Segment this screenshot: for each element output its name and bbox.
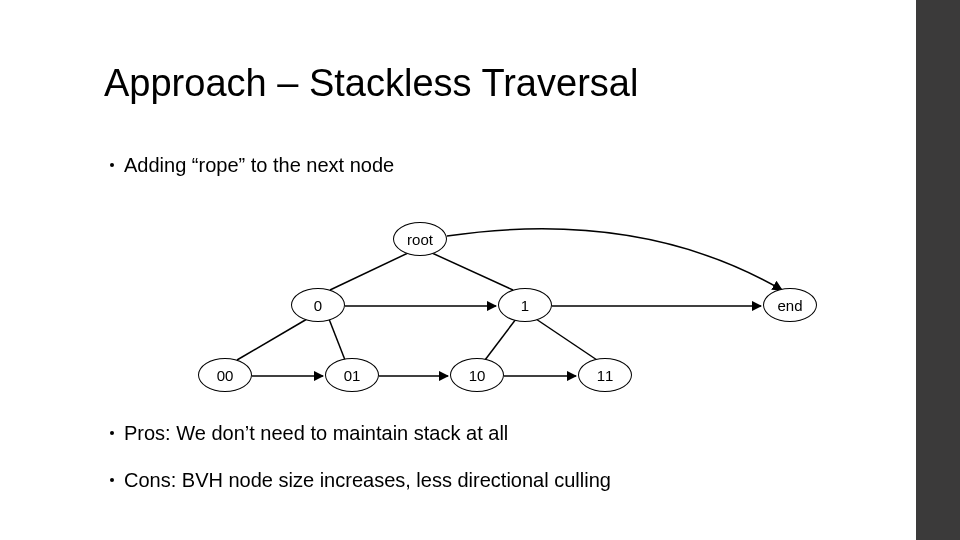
node-1: 1 bbox=[498, 288, 552, 322]
node-label: root bbox=[407, 231, 433, 248]
svg-line-4 bbox=[485, 319, 516, 360]
node-root: root bbox=[393, 222, 447, 256]
node-label: 0 bbox=[314, 297, 322, 314]
tree-edges bbox=[0, 0, 960, 540]
node-00: 00 bbox=[198, 358, 252, 392]
node-label: 00 bbox=[217, 367, 234, 384]
node-end: end bbox=[763, 288, 817, 322]
svg-line-0 bbox=[330, 253, 408, 290]
svg-line-3 bbox=[329, 319, 345, 360]
node-label: 01 bbox=[344, 367, 361, 384]
node-11: 11 bbox=[578, 358, 632, 392]
node-label: 1 bbox=[521, 297, 529, 314]
svg-line-5 bbox=[536, 319, 597, 360]
svg-line-1 bbox=[432, 253, 513, 290]
node-0: 0 bbox=[291, 288, 345, 322]
svg-line-2 bbox=[237, 319, 307, 360]
node-label: 11 bbox=[597, 367, 614, 384]
node-label: 10 bbox=[469, 367, 486, 384]
node-10: 10 bbox=[450, 358, 504, 392]
node-01: 01 bbox=[325, 358, 379, 392]
node-label: end bbox=[777, 297, 802, 314]
